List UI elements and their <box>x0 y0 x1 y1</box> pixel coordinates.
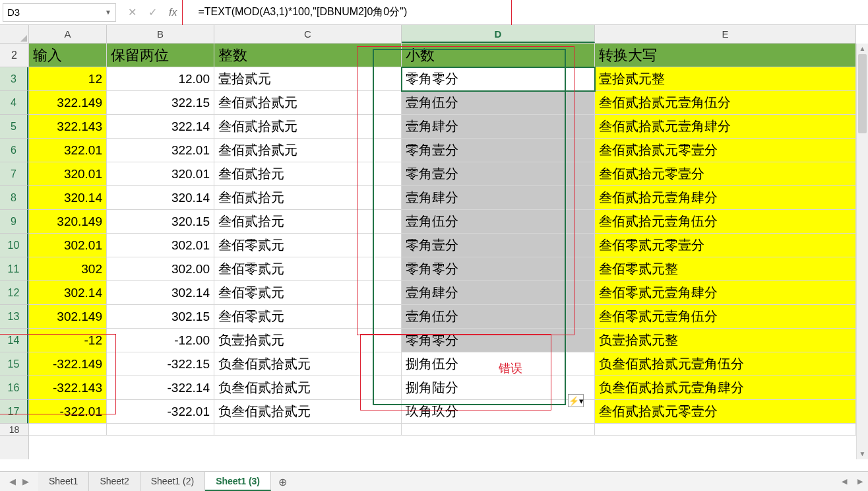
cell-E15[interactable]: 负叁佰贰拾贰元壹角伍分 <box>595 352 856 376</box>
sheet-tab-Sheet1-(2)[interactable]: Sheet1 (2) <box>140 472 205 491</box>
row-header-4[interactable]: 4 <box>0 91 28 115</box>
cell-A18[interactable] <box>29 424 107 436</box>
cell-C4[interactable]: 叁佰贰拾贰元 <box>214 91 402 115</box>
cell-A7[interactable]: 320.01 <box>29 162 107 186</box>
scroll-up-icon[interactable]: ▲ <box>857 44 868 54</box>
cell-E12[interactable]: 叁佰零贰元壹角肆分 <box>595 281 856 305</box>
cell-D7[interactable]: 零角壹分 <box>402 162 595 186</box>
cell-C17[interactable]: 负叁佰贰拾贰元 <box>214 400 402 424</box>
tab-nav-left-icon[interactable]: ◀ <box>9 476 16 486</box>
cell-B17[interactable]: -322.01 <box>107 400 214 424</box>
cell-B5[interactable]: 322.14 <box>107 115 214 139</box>
autofill-options-icon[interactable]: ⚡▾ <box>568 394 584 407</box>
cell-B6[interactable]: 322.01 <box>107 139 214 162</box>
cell-A3[interactable]: 12 <box>29 67 107 91</box>
cell-C10[interactable]: 叁佰零贰元 <box>214 234 402 257</box>
header-cell-E[interactable]: 转换大写 <box>595 44 856 67</box>
cell-D11[interactable]: 零角零分 <box>402 257 595 281</box>
cell-E4[interactable]: 叁佰贰拾贰元壹角伍分 <box>595 91 856 115</box>
cell-E13[interactable]: 叁佰零贰元壹角伍分 <box>595 305 856 329</box>
cell-D3[interactable]: 零角零分 <box>402 67 595 91</box>
cell-D6[interactable]: 零角壹分 <box>402 139 595 162</box>
cell-E9[interactable]: 叁佰贰拾元壹角伍分 <box>595 210 856 234</box>
col-header-C[interactable]: C <box>214 25 402 43</box>
cell-D4[interactable]: 壹角伍分 <box>402 91 595 115</box>
accept-icon[interactable]: ✓ <box>148 6 157 18</box>
cell-E17[interactable]: 叁佰贰拾贰元零壹分 <box>595 400 856 424</box>
cell-C6[interactable]: 叁佰贰拾贰元 <box>214 139 402 162</box>
cell-A15[interactable]: -322.149 <box>29 352 107 376</box>
name-box-dropdown-icon[interactable]: ▼ <box>105 9 111 16</box>
cell-A9[interactable]: 320.149 <box>29 210 107 234</box>
row-header-8[interactable]: 8 <box>0 186 28 210</box>
row-header-10[interactable]: 10 <box>0 234 28 257</box>
col-header-A[interactable]: A <box>29 25 107 43</box>
cell-D13[interactable]: 壹角伍分 <box>402 305 595 329</box>
cell-D5[interactable]: 壹角肆分 <box>402 115 595 139</box>
cell-E7[interactable]: 叁佰贰拾元零壹分 <box>595 162 856 186</box>
cell-B9[interactable]: 320.15 <box>107 210 214 234</box>
cell-D12[interactable]: 壹角肆分 <box>402 281 595 305</box>
select-all-corner[interactable] <box>0 25 29 44</box>
row-header-14[interactable]: 14 <box>0 329 28 352</box>
formula-input[interactable] <box>194 3 868 22</box>
row-header-6[interactable]: 6 <box>0 139 28 162</box>
cell-C11[interactable]: 叁佰零贰元 <box>214 257 402 281</box>
cell-E16[interactable]: 负叁佰贰拾贰元壹角肆分 <box>595 376 856 400</box>
cell-E10[interactable]: 叁佰零贰元零壹分 <box>595 234 856 257</box>
cell-C12[interactable]: 叁佰零贰元 <box>214 281 402 305</box>
cell-A5[interactable]: 322.143 <box>29 115 107 139</box>
cell-B16[interactable]: -322.14 <box>107 376 214 400</box>
cell-B15[interactable]: -322.15 <box>107 352 214 376</box>
fx-icon[interactable]: fx <box>169 7 177 18</box>
cell-D16[interactable]: 捌角陆分 <box>402 376 595 400</box>
add-sheet-button[interactable]: ⊕ <box>271 472 294 491</box>
cell-B18[interactable] <box>107 424 214 436</box>
sheet-tab-Sheet1-(3)[interactable]: Sheet1 (3) <box>205 472 271 491</box>
row-header-12[interactable]: 12 <box>0 281 28 305</box>
header-cell-C[interactable]: 整数 <box>214 44 402 67</box>
cell-E18[interactable] <box>595 424 856 436</box>
row-header-15[interactable]: 15 <box>0 352 28 376</box>
cell-E11[interactable]: 叁佰零贰元整 <box>595 257 856 281</box>
header-cell-A[interactable]: 输入 <box>29 44 107 67</box>
cell-E3[interactable]: 壹拾贰元整 <box>595 67 856 91</box>
cell-B13[interactable]: 302.15 <box>107 305 214 329</box>
cell-C14[interactable]: 负壹拾贰元 <box>214 329 402 352</box>
cell-C5[interactable]: 叁佰贰拾贰元 <box>214 115 402 139</box>
cell-grid[interactable]: 输入保留两位整数小数转换大写1212.00壹拾贰元零角零分壹拾贰元整322.14… <box>29 44 856 459</box>
cell-A12[interactable]: 302.14 <box>29 281 107 305</box>
cell-A10[interactable]: 302.01 <box>29 234 107 257</box>
cell-B12[interactable]: 302.14 <box>107 281 214 305</box>
cell-D8[interactable]: 壹角肆分 <box>402 186 595 210</box>
row-header-7[interactable]: 7 <box>0 162 28 186</box>
cell-A17[interactable]: -322.01 <box>29 400 107 424</box>
tab-nav-right-icon[interactable]: ▶ <box>22 476 29 486</box>
cell-B7[interactable]: 320.01 <box>107 162 214 186</box>
cell-A6[interactable]: 322.01 <box>29 139 107 162</box>
col-header-E[interactable]: E <box>595 25 856 43</box>
col-header-D[interactable]: D <box>402 25 595 43</box>
sheet-tab-Sheet1[interactable]: Sheet1 <box>38 472 89 491</box>
cell-E14[interactable]: 负壹拾贰元整 <box>595 329 856 352</box>
cell-C13[interactable]: 叁佰零贰元 <box>214 305 402 329</box>
row-header-5[interactable]: 5 <box>0 115 28 139</box>
cell-D10[interactable]: 零角壹分 <box>402 234 595 257</box>
cell-E5[interactable]: 叁佰贰拾贰元壹角肆分 <box>595 115 856 139</box>
cell-B14[interactable]: -12.00 <box>107 329 214 352</box>
vertical-scrollbar[interactable]: ▲ ▼ <box>856 44 868 459</box>
row-header-2[interactable]: 2 <box>0 44 28 67</box>
cell-E8[interactable]: 叁佰贰拾元壹角肆分 <box>595 186 856 210</box>
cell-D18[interactable] <box>402 424 595 436</box>
cell-D14[interactable]: 零角零分 <box>402 329 595 352</box>
scroll-thumb[interactable] <box>858 54 867 133</box>
cell-C18[interactable] <box>214 424 402 436</box>
cell-B8[interactable]: 320.14 <box>107 186 214 210</box>
cell-A8[interactable]: 320.14 <box>29 186 107 210</box>
header-cell-B[interactable]: 保留两位 <box>107 44 214 67</box>
cell-A14[interactable]: -12 <box>29 329 107 352</box>
hscroll-right-icon[interactable]: ▶ <box>852 472 868 491</box>
cell-B11[interactable]: 302.00 <box>107 257 214 281</box>
cell-D9[interactable]: 壹角伍分 <box>402 210 595 234</box>
cell-B10[interactable]: 302.01 <box>107 234 214 257</box>
